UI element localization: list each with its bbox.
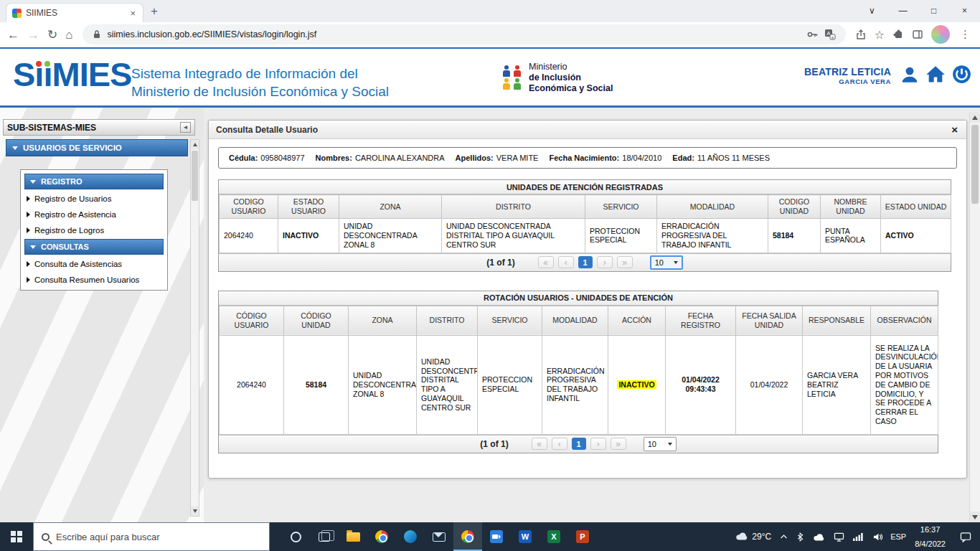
panel-close-icon[interactable]: × (950, 124, 959, 135)
page-report: (1 of 1) (486, 258, 514, 268)
tab-search-caret-icon[interactable]: ∨ (857, 0, 887, 22)
reload-icon[interactable]: ↻ (47, 29, 57, 41)
start-button[interactable] (0, 522, 33, 551)
word-button[interactable]: W (511, 522, 540, 551)
logo-i2: ı (43, 56, 52, 93)
language-indicator[interactable]: ESP (887, 522, 909, 551)
rows-per-page-select[interactable]: 10 (650, 255, 683, 270)
display-icon[interactable] (829, 522, 849, 551)
weather-widget[interactable]: 29°C (731, 522, 776, 551)
rows-per-page-select[interactable]: 10 (644, 437, 677, 451)
chrome-active-button[interactable] (453, 522, 482, 551)
logout-power-icon[interactable] (952, 65, 971, 87)
column-header: CODIGO USUARIO (220, 195, 278, 219)
last-page-button[interactable]: » (617, 256, 633, 268)
task-view-icon (319, 532, 330, 542)
prev-page-button[interactable]: ‹ (558, 256, 574, 268)
consulta-detalle-usuario-panel: Consulta Detalle Usuario × Cédula:095804… (208, 120, 967, 479)
taskbar-search[interactable] (33, 522, 270, 551)
tab-close-icon[interactable]: × (128, 9, 137, 18)
scroll-up-arrow[interactable] (970, 112, 980, 123)
network-signal-icon[interactable] (849, 522, 868, 551)
scroll-thumb[interactable] (971, 125, 979, 204)
address-bar[interactable]: siimies.inclusion.gob.ec/SIIMIES/vistas/… (83, 24, 846, 44)
task-view-button[interactable] (310, 522, 339, 551)
table-row: 2064240 INACTIVO UNIDAD DESCONCENTRADA Z… (220, 219, 951, 253)
prev-page-button[interactable]: ‹ (552, 438, 567, 450)
first-page-button[interactable]: « (538, 256, 554, 268)
sidebar-group-consultas[interactable]: CONSULTAS (24, 239, 164, 255)
cell-codigo-usuario: 2064240 (220, 219, 278, 253)
sidebar-item-consulta-de-asistencias[interactable]: Consulta de Asistencias (24, 257, 164, 270)
table-caption: ROTACIÓN USUARIOS - UNIDADES DE ATENCIÓN (219, 291, 938, 306)
sidebar-scrollbar[interactable] (190, 139, 199, 517)
scroll-up-arrow[interactable] (191, 140, 199, 149)
mail-button[interactable] (425, 522, 453, 551)
sidebar-item-registro-de-logros[interactable]: Registro de Logros (24, 223, 164, 237)
chevron-down-icon (30, 180, 36, 184)
logo-s: S (13, 56, 34, 93)
url-text[interactable]: siimies.inclusion.gob.ec/SIIMIES/vistas/… (108, 29, 800, 39)
clock[interactable]: 16:37 8/4/2022 (909, 522, 951, 551)
sidebar-section-usuarios-de-servicio[interactable]: USUARIOS DE SERVICIO (6, 139, 188, 156)
minimize-button[interactable]: — (887, 0, 918, 22)
edge-button[interactable] (396, 522, 425, 551)
action-center-button[interactable] (951, 522, 980, 551)
speaker-icon[interactable] (868, 522, 887, 551)
app-title-line1: Sistema Integrado de Información del (131, 65, 389, 83)
sidebar-collapse-button[interactable]: ◄ (180, 122, 191, 133)
file-explorer-button[interactable] (339, 522, 367, 551)
sidebar-group-registro[interactable]: REGISTRO (24, 174, 164, 189)
browser-menu-icon[interactable]: ⋮ (958, 28, 973, 41)
new-tab-button[interactable]: + (151, 4, 158, 19)
sidebar-item-registro-de-asistencia[interactable]: Registro de Asistencia (24, 207, 164, 221)
mail-icon (433, 532, 446, 542)
key-icon[interactable] (806, 29, 818, 40)
video-call-app-button[interactable] (482, 522, 511, 551)
current-page-button[interactable]: 1 (572, 438, 586, 450)
maximize-button[interactable]: □ (918, 0, 949, 22)
forward-icon[interactable]: → (27, 29, 39, 41)
page-scrollbar[interactable] (969, 112, 980, 522)
profile-avatar[interactable] (931, 25, 950, 44)
column-header: ZONA (339, 195, 442, 219)
side-panel-icon[interactable] (912, 29, 923, 40)
user-profile-icon[interactable] (900, 65, 919, 87)
home-icon[interactable]: ⌂ (65, 29, 72, 41)
hidden-icons-chevron[interactable] (776, 522, 792, 551)
lock-icon[interactable] (93, 29, 101, 39)
browser-tab[interactable]: SIIMIES × (6, 3, 143, 22)
bluetooth-icon[interactable] (792, 522, 809, 551)
cortana-button[interactable] (281, 522, 310, 551)
extensions-puzzle-icon[interactable] (892, 29, 904, 40)
bookmark-star-icon[interactable]: ☆ (875, 28, 885, 42)
column-header: ESTADO USUARIO (278, 195, 339, 219)
scroll-down-arrow[interactable] (191, 507, 199, 516)
share-icon[interactable] (855, 29, 867, 40)
first-page-button[interactable]: « (532, 438, 547, 450)
scroll-thumb[interactable] (192, 151, 198, 201)
next-page-button[interactable]: › (597, 256, 613, 268)
info-cedula: Cédula:0958048977 (229, 154, 305, 162)
sidebar-section-label: USUARIOS DE SERVICIO (23, 143, 122, 152)
chrome-pinned-button[interactable] (367, 522, 396, 551)
window-close-button[interactable]: × (949, 0, 980, 22)
onedrive-cloud-icon[interactable] (809, 522, 829, 551)
back-icon[interactable]: ← (7, 29, 19, 41)
sidebar-title: SUB-SISTEMAS-MIES (7, 123, 96, 133)
excel-icon: X (547, 530, 560, 543)
translate-icon[interactable]: Aa (824, 29, 836, 40)
next-page-button[interactable]: › (590, 438, 606, 450)
excel-button[interactable]: X (540, 522, 568, 551)
scroll-down-arrow[interactable] (970, 512, 980, 522)
cell-estado-unidad: ACTIVO (881, 219, 951, 253)
current-page-button[interactable]: 1 (578, 256, 593, 268)
search-input[interactable] (56, 532, 261, 542)
powerpoint-button[interactable]: P (568, 522, 597, 551)
date-text: 8/4/2022 (915, 539, 946, 549)
table-paginator: (1 of 1) « ‹ 1 › » 10 (219, 253, 951, 271)
sidebar-item-registro-de-usuarios[interactable]: Registro de Usuarios (24, 192, 164, 205)
home-app-icon[interactable] (925, 65, 946, 87)
last-page-button[interactable]: » (611, 438, 626, 450)
sidebar-item-consulta-resumen-usuarios[interactable]: Consulta Resumen Usuarios (24, 273, 164, 286)
